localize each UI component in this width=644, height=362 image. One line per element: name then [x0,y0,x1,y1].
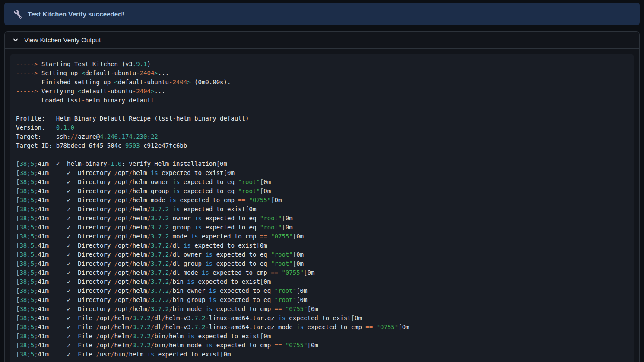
terminal-output: -----> Starting Test Kitchen (v3.9.1)---… [10,54,634,362]
terminal-line: [38;5;41m ✓ Directory /opt/helm/3.7.2 gr… [16,223,628,232]
terminal-line: [38;5;41m ✓ Directory /opt/helm/3.7.2 is… [16,205,628,214]
terminal-line: [38;5;41m ✓ Directory /opt/helm/3.7.2 mo… [16,232,628,241]
terminal-line: [38;5;41m ✓ Directory /opt/helm/3.7.2/dl… [16,241,628,250]
terminal-line: [38;5;41m ✓ Directory /opt/helm group is… [16,187,628,196]
terminal-line: [38;5;41m ✓ helm-binary-1.0: Verify Helm… [16,159,628,168]
terminal-line: -----> Starting Test Kitchen (v3.9.1) [16,60,628,69]
terminal-line: [38;5;41m ✓ Directory /opt/helm/3.7.2/bi… [16,305,628,314]
terminal-line: [38;5;41m ✓ Directory /opt/helm/3.7.2 ow… [16,214,628,223]
terminal-line: -----> Setting up <default-ubuntu-2404>.… [16,69,628,78]
terminal-line: [38;5;41m ✓ Directory /opt/helm mode is … [16,196,628,205]
terminal-line [16,105,628,114]
terminal-line: [38;5;41m ✓ Directory /opt/helm/3.7.2/bi… [16,295,628,305]
terminal-line: [38;5;41m ✓ Directory /opt/helm/3.7.2/bi… [16,286,628,295]
terminal-line: [38;5;41m ✓ File /opt/helm/3.7.2/dl/helm… [16,314,628,323]
terminal-line: Finished setting up <default-ubuntu-2404… [16,78,628,87]
terminal-line: [38;5;41m ✓ Directory /opt/helm/3.7.2/bi… [16,277,628,286]
output-panel-header[interactable]: View Kitchen Verify Output [5,32,639,49]
wrench-icon [13,9,22,18]
terminal-line: -----> Verifying <default-ubuntu-2404>..… [16,87,628,96]
success-banner: Test Kitchen Verify succeeded! [4,3,640,25]
terminal-line: Version: 0.1.0 [16,123,628,132]
terminal-line: [38;5;41m ✓ File /usr/bin/helm is expect… [16,350,628,359]
terminal-line: [38;5;41m ✓ Directory /opt/helm owner is… [16,178,628,187]
banner-message: Test Kitchen Verify succeeded! [28,10,124,18]
terminal-line: [38;5;41m ✓ Directory /opt/helm/3.7.2/dl… [16,250,628,259]
terminal-line: Loaded lsst-helm_binary_default [16,96,628,105]
terminal-line: [38;5;41m ✓ File /opt/helm/3.7.2/bin/hel… [16,341,628,350]
terminal-line [16,150,628,159]
terminal-line: Target: ssh://azure@4.246.174.230:22 [16,132,628,141]
terminal-line: [38;5;41m ✓ Directory /opt/helm/3.7.2/dl… [16,259,628,268]
terminal-line: [38;5;41m ✓ Directory /opt/helm/3.7.2/dl… [16,268,628,277]
terminal-line: [38;5;41m ✓ File /opt/helm/3.7.2/bin/hel… [16,332,628,341]
verify-output-panel: View Kitchen Verify Output -----> Starti… [4,31,640,362]
terminal-line: [38;5;41m ✓ Directory /opt/helm is expec… [16,168,628,178]
terminal-line: Profile: Helm Binary Default Recipe (lss… [16,114,628,123]
chevron-down-icon[interactable] [13,37,19,43]
terminal-line: Target ID: b78bdecd-6f45-504c-9503-c912e… [16,141,628,150]
output-panel-title: View Kitchen Verify Output [24,36,101,44]
terminal-line: [38;5;41m ✓ File /opt/helm/3.7.2/dl/helm… [16,323,628,332]
